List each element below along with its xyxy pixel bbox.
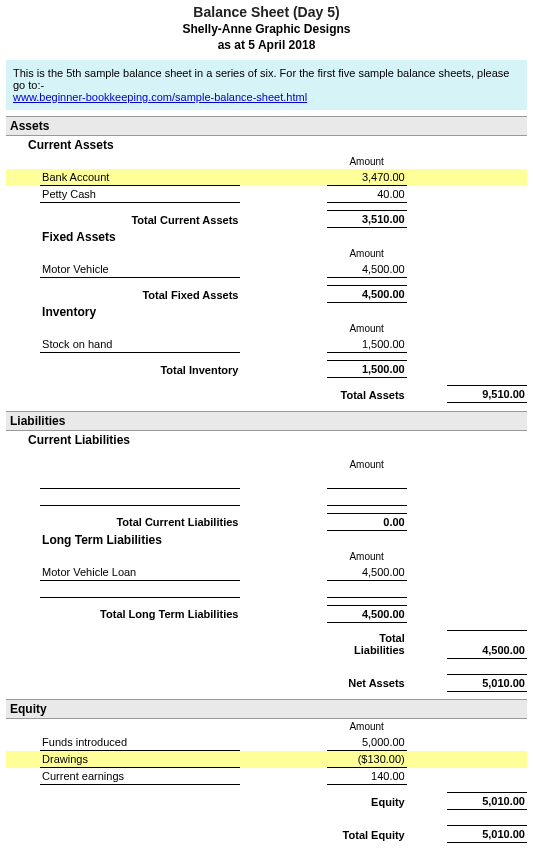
table-row: Motor Vehicle 4,500.00 — [6, 261, 527, 278]
total-fixed-assets-label: Total Fixed Assets — [40, 286, 240, 303]
row-label: Motor Vehicle Loan — [40, 564, 240, 581]
row-label: Motor Vehicle — [40, 261, 240, 278]
info-link[interactable]: www.beginner-bookkeeping.com/sample-bala… — [13, 91, 307, 103]
total-inventory-value: 1,500.00 — [327, 361, 407, 378]
row-value: 4,500.00 — [327, 564, 407, 581]
table-row — [6, 488, 527, 505]
total-equity-label: Total Equity — [327, 826, 407, 843]
assets-heading: Assets — [6, 116, 527, 136]
table-row: Current earnings 140.00 — [6, 768, 527, 785]
row-value: 4,500.00 — [327, 261, 407, 278]
row-label: Petty Cash — [40, 186, 240, 203]
amount-header: Amount — [327, 321, 407, 336]
report-header: Balance Sheet (Day 5) Shelly-Anne Graphi… — [6, 4, 527, 52]
total-longterm-liabilities-label: Total Long Term Liabilities — [40, 605, 240, 622]
table-row — [6, 580, 527, 597]
equity-sub-label: Equity — [327, 793, 407, 810]
table-row: Motor Vehicle Loan 4,500.00 — [6, 564, 527, 581]
liabilities-table: Amount Total Current Liabilities 0.00 Lo… — [6, 449, 527, 700]
longterm-liabilities-heading: Long Term Liabilities — [40, 530, 527, 549]
total-current-liabilities-label: Total Current Liabilities — [40, 513, 240, 530]
liabilities-heading: Liabilities — [6, 411, 527, 431]
total-inventory-label: Total Inventory — [40, 361, 240, 378]
total-assets-label: Total Assets — [327, 386, 407, 403]
table-row: Bank Account 3,470.00 — [6, 169, 527, 186]
total-liabilities-label: Total Liabilities — [327, 630, 407, 658]
table-row: Drawings ($130.00) — [6, 751, 527, 768]
info-note: This is the 5th sample balance sheet in … — [6, 60, 527, 110]
fixed-assets-heading: Fixed Assets — [40, 228, 527, 247]
report-date: as at 5 April 2018 — [6, 38, 527, 52]
row-value: 140.00 — [327, 768, 407, 785]
amount-header: Amount — [327, 549, 407, 564]
current-liabilities-heading: Current Liabilities — [6, 431, 527, 449]
total-current-liabilities-value: 0.00 — [327, 513, 407, 530]
table-row: Stock on hand 1,500.00 — [6, 336, 527, 353]
total-longterm-liabilities-value: 4,500.00 — [327, 605, 407, 622]
table-row: Funds introduced 5,000.00 — [6, 734, 527, 751]
row-value: 1,500.00 — [327, 336, 407, 353]
amount-header: Amount — [327, 246, 407, 261]
total-current-assets-label: Total Current Assets — [40, 211, 240, 228]
equity-sub-value: 5,010.00 — [447, 793, 527, 810]
report-company: Shelly-Anne Graphic Designs — [6, 22, 527, 36]
amount-header: Amount — [327, 449, 407, 472]
total-fixed-assets-value: 4,500.00 — [327, 286, 407, 303]
row-value: ($130.00) — [327, 751, 407, 768]
row-label: Drawings — [40, 751, 240, 768]
row-value: 3,470.00 — [327, 169, 407, 186]
row-label: Current earnings — [40, 768, 240, 785]
amount-header: Amount — [327, 154, 407, 169]
equity-heading: Equity — [6, 699, 527, 719]
info-text: This is the 5th sample balance sheet in … — [13, 67, 509, 91]
report-title: Balance Sheet (Day 5) — [6, 4, 527, 20]
table-row — [6, 472, 527, 489]
row-label: Bank Account — [40, 169, 240, 186]
total-current-assets-value: 3,510.00 — [327, 211, 407, 228]
inventory-heading: Inventory — [40, 303, 527, 322]
row-label: Funds introduced — [40, 734, 240, 751]
total-assets-value: 9,510.00 — [447, 386, 527, 403]
assets-table: Amount Bank Account 3,470.00 Petty Cash … — [6, 154, 527, 411]
net-assets-value: 5,010.00 — [447, 674, 527, 691]
total-liabilities-value: 4,500.00 — [447, 630, 527, 658]
net-assets-label: Net Assets — [327, 674, 407, 691]
row-value: 40.00 — [327, 186, 407, 203]
current-assets-heading: Current Assets — [6, 136, 527, 154]
row-value: 5,000.00 — [327, 734, 407, 751]
table-row: Petty Cash 40.00 — [6, 186, 527, 203]
equity-table: Amount Funds introduced 5,000.00 Drawing… — [6, 719, 527, 843]
amount-header: Amount — [327, 719, 407, 734]
row-label: Stock on hand — [40, 336, 240, 353]
total-equity-value: 5,010.00 — [447, 826, 527, 843]
